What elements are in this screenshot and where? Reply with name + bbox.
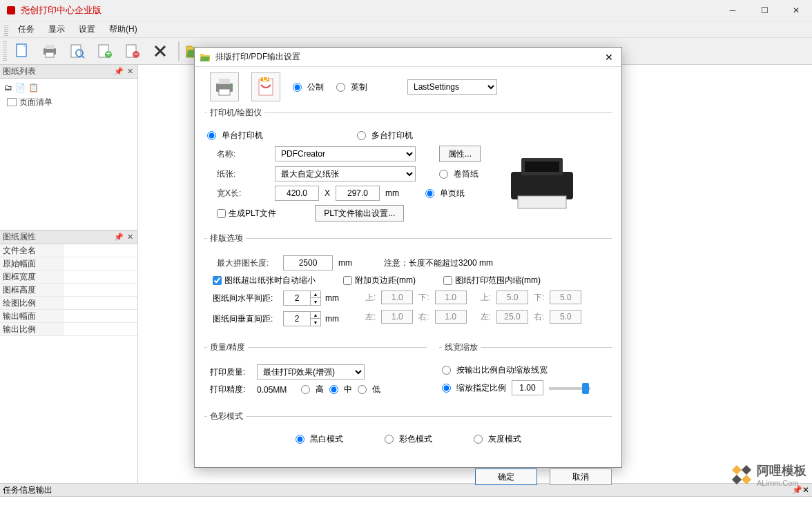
prop-label: 绘图比例 bbox=[0, 297, 64, 309]
svg-rect-27 bbox=[511, 172, 573, 199]
pin-icon[interactable]: 📌 bbox=[114, 233, 124, 242]
close-icon[interactable]: ✕ bbox=[125, 67, 135, 77]
height-input[interactable] bbox=[336, 186, 380, 201]
watermark-icon bbox=[731, 464, 753, 486]
auto-shrink-checkbox[interactable]: 图纸超出纸张时自动缩小 bbox=[213, 275, 316, 286]
x-label: X bbox=[325, 188, 330, 198]
prop-value bbox=[64, 244, 137, 257]
linewidth-section: 线宽缩放 按输出比例自动缩放线宽 缩放指定比例 bbox=[439, 342, 612, 400]
prop-label: 输出幅面 bbox=[0, 310, 64, 322]
menu-display[interactable]: 显示 bbox=[41, 21, 72, 37]
inner-margin-checkbox[interactable]: 图纸打印范围内缩(mm) bbox=[443, 275, 541, 286]
printer-mode-button[interactable] bbox=[210, 72, 239, 101]
ok-button[interactable]: 确定 bbox=[475, 469, 537, 485]
remove-button[interactable]: − bbox=[120, 40, 145, 62]
view-tree-icon[interactable]: 🗂 bbox=[4, 83, 12, 92]
grip-icon bbox=[3, 41, 7, 61]
svg-text:PDF: PDF bbox=[257, 75, 273, 83]
menu-task[interactable]: 任务 bbox=[11, 21, 41, 37]
mm-label: mm bbox=[385, 188, 399, 198]
unit-metric-radio[interactable]: 公制 bbox=[293, 81, 324, 93]
menu-settings[interactable]: 设置 bbox=[72, 21, 102, 37]
quality-select[interactable]: 最佳打印效果(增强) bbox=[257, 364, 365, 380]
task-output-title: 任务信息输出 bbox=[3, 484, 52, 496]
color-bw-radio[interactable]: 黑白模式 bbox=[296, 433, 343, 445]
vspace-input[interactable]: ▲▼ bbox=[283, 311, 321, 326]
app-icon bbox=[6, 5, 17, 16]
color-gray-radio[interactable]: 灰度模式 bbox=[474, 433, 521, 445]
precision-value: 0.05MM bbox=[257, 385, 296, 395]
im-right-input bbox=[550, 310, 581, 324]
maxlen-note: 注意：长度不能超过3200 mm bbox=[384, 257, 493, 269]
hspace-input[interactable]: ▲▼ bbox=[283, 291, 321, 306]
quality-section: 质量/精度 打印质量: 最佳打印效果(增强) 打印精度: 0.05MM 高 中 … bbox=[204, 342, 427, 400]
precision-mid-radio[interactable]: 中 bbox=[329, 384, 352, 395]
close-button[interactable]: ✕ bbox=[780, 0, 812, 21]
name-label: 名称: bbox=[217, 148, 269, 160]
lw-slider[interactable] bbox=[549, 387, 590, 390]
pm-top-input bbox=[381, 291, 413, 304]
svg-rect-17 bbox=[742, 465, 751, 475]
titlebar: 尧创打印中心企业版 ─ ☐ ✕ bbox=[0, 0, 812, 21]
preview-button[interactable] bbox=[65, 40, 90, 62]
quality-label: 打印质量: bbox=[210, 366, 251, 378]
print-settings-dialog: 排版打印/PDF输出设置 ✕ PDF 公制 英制 LastSettings 打印… bbox=[194, 47, 622, 468]
page-margin-checkbox[interactable]: 附加页边距(mm) bbox=[343, 275, 416, 286]
tree-item-pagelist[interactable]: 页面清单 bbox=[3, 94, 135, 111]
printer-props-button[interactable]: 属性... bbox=[439, 146, 481, 162]
precision-low-radio[interactable]: 低 bbox=[358, 384, 380, 395]
view-list-icon[interactable]: 📄 bbox=[15, 83, 26, 92]
lw-scale-input[interactable] bbox=[512, 380, 543, 395]
single-printer-radio[interactable]: 单台打印机 bbox=[207, 130, 263, 141]
close-icon[interactable]: ✕ bbox=[125, 233, 135, 242]
quality-legend: 质量/精度 bbox=[207, 342, 248, 353]
gen-plt-checkbox[interactable]: 生成PLT文件 bbox=[217, 208, 276, 219]
drawing-list-body: 🗂 📄 📋 页面清单 bbox=[0, 79, 137, 230]
maximize-button[interactable]: ☐ bbox=[748, 0, 780, 21]
roll-paper-radio[interactable]: 卷筒纸 bbox=[439, 168, 478, 180]
printer-legend: 打印机/绘图仪 bbox=[207, 107, 264, 119]
new-doc-button[interactable] bbox=[10, 40, 35, 62]
minimize-button[interactable]: ─ bbox=[717, 0, 748, 21]
watermark-name: 阿哩模板 bbox=[757, 462, 806, 479]
im-bottom-input bbox=[550, 291, 581, 304]
left-panel: 图纸列表 📌 ✕ 🗂 📄 📋 页面清单 图纸属性 📌 ✕ 文件全名 原始幅面 图… bbox=[0, 65, 138, 483]
pdf-mode-button[interactable]: PDF bbox=[251, 72, 280, 101]
precision-high-radio[interactable]: 高 bbox=[301, 384, 324, 395]
add-button[interactable]: + bbox=[93, 40, 117, 62]
dialog-close-button[interactable]: ✕ bbox=[601, 49, 617, 66]
svg-rect-22 bbox=[219, 89, 230, 95]
app-title: 尧创打印中心企业版 bbox=[21, 4, 717, 17]
maxlen-input[interactable] bbox=[283, 255, 333, 270]
cancel-button[interactable]: 取消 bbox=[550, 469, 612, 485]
color-section: 色彩模式 黑白模式 彩色模式 灰度模式 bbox=[204, 411, 612, 449]
sheet-paper-radio[interactable]: 单页纸 bbox=[425, 188, 465, 199]
width-input[interactable] bbox=[275, 186, 319, 201]
svg-text:−: − bbox=[133, 49, 138, 59]
grip-icon bbox=[4, 23, 8, 36]
paper-select[interactable]: 最大自定义纸张 bbox=[275, 166, 416, 181]
svg-rect-3 bbox=[46, 45, 54, 49]
delete-button[interactable] bbox=[148, 40, 173, 62]
svg-rect-29 bbox=[518, 196, 566, 208]
svg-text:+: + bbox=[106, 49, 110, 59]
im-left-input bbox=[496, 310, 528, 324]
unit-imperial-radio[interactable]: 英制 bbox=[336, 81, 367, 93]
color-color-radio[interactable]: 彩色模式 bbox=[385, 433, 432, 445]
lw-fixed-radio[interactable]: 缩放指定比例 bbox=[442, 382, 506, 394]
printer-name-select[interactable]: PDFCreator bbox=[275, 146, 416, 161]
linewidth-legend: 线宽缩放 bbox=[442, 342, 481, 353]
wh-label: 宽X长: bbox=[217, 188, 269, 199]
pin-icon[interactable]: 📌 bbox=[114, 67, 124, 77]
preset-select[interactable]: LastSettings bbox=[407, 79, 497, 95]
view-detail-icon[interactable]: 📋 bbox=[28, 83, 39, 92]
lw-auto-radio[interactable]: 按输出比例自动缩放线宽 bbox=[442, 364, 548, 376]
layout-legend: 排版选项 bbox=[207, 233, 246, 244]
menu-help[interactable]: 帮助(H) bbox=[102, 21, 144, 37]
svg-rect-4 bbox=[46, 52, 54, 57]
print-button[interactable] bbox=[37, 40, 62, 62]
plt-settings-button[interactable]: PLT文件输出设置... bbox=[315, 205, 404, 221]
maxlen-label: 最大拼图长度: bbox=[217, 257, 278, 269]
multi-printer-radio[interactable]: 多台打印机 bbox=[357, 130, 413, 141]
dialog-titlebar: 排版打印/PDF输出设置 ✕ bbox=[195, 48, 621, 67]
